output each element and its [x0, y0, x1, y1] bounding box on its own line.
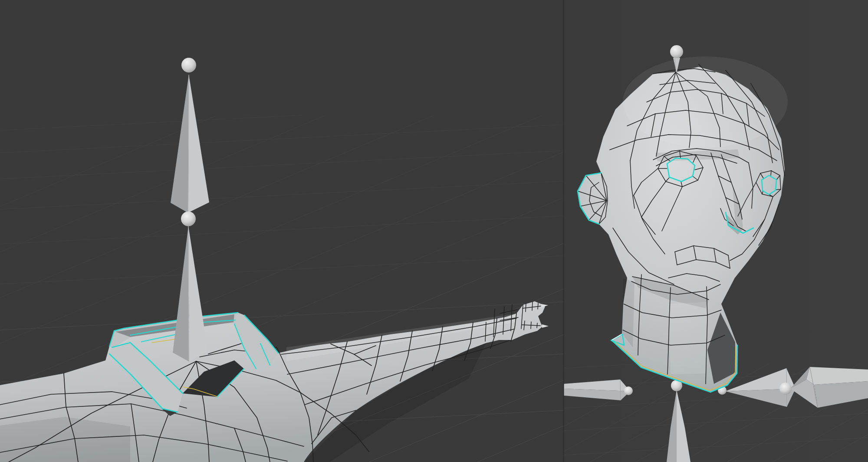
viewport-3d[interactable]	[0, 0, 868, 462]
bone-joint-sphere-top[interactable]	[181, 58, 196, 73]
bone-joint-sphere-head-top[interactable]	[670, 45, 683, 58]
bone-joint-sphere-mid[interactable]	[181, 211, 196, 226]
viewport-divider[interactable]	[563, 0, 564, 462]
neck-front-highlight	[668, 302, 707, 374]
viewport-canvas[interactable]	[0, 0, 868, 462]
bone-joint-sphere-far-right[interactable]	[779, 383, 792, 395]
torso-lower-shadow	[0, 417, 130, 462]
bone-joint-sphere-left[interactable]	[624, 386, 633, 395]
